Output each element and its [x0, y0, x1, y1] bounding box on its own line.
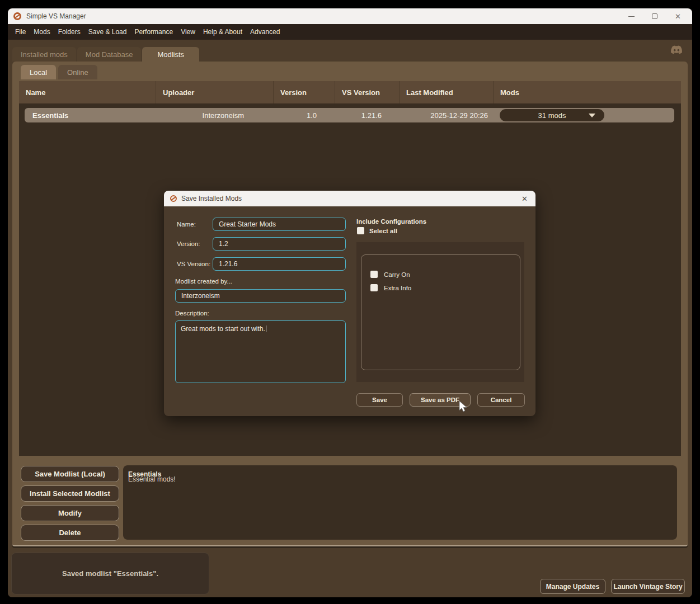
menu-folders[interactable]: Folders — [54, 28, 84, 36]
save-modlist-local-button[interactable]: Save Modlist (Local) — [21, 466, 119, 482]
extra-info-label: Extra Info — [384, 285, 411, 291]
manage-updates-button[interactable]: Manage Updates — [540, 579, 605, 594]
created-by-label: Modlist created by... — [175, 278, 232, 285]
extra-info-checkbox[interactable] — [370, 284, 378, 291]
dialog-app-icon — [170, 195, 177, 202]
subtab-online[interactable]: Online — [58, 65, 97, 79]
maximize-icon[interactable] — [652, 13, 657, 19]
dialog-title: Save Installed Mods — [181, 195, 242, 202]
chevron-down-icon — [589, 114, 595, 117]
description-label: Description: — [175, 310, 209, 317]
menu-save-load[interactable]: Save & Load — [84, 28, 131, 36]
main-tabs: Installed mods Mod Database Modlists — [12, 47, 200, 62]
column-header-version[interactable]: Version — [274, 81, 335, 103]
description-text: Great mods to start out with. — [181, 325, 265, 333]
tab-installed-mods[interactable]: Installed mods — [12, 47, 76, 62]
mods-count-dropdown[interactable]: 31 mods — [500, 109, 604, 121]
app-icon — [13, 12, 21, 20]
column-header-mods[interactable]: Mods — [494, 81, 681, 103]
toast-message: Saved modlist "Essentials". — [62, 569, 158, 578]
menubar: File Mods Folders Save & Load Performanc… — [8, 24, 692, 40]
text-caret — [266, 325, 266, 332]
table-row[interactable]: Essentials Interzoneism 1.0 1.21.6 2025-… — [25, 108, 674, 122]
menu-advanced[interactable]: Advanced — [246, 28, 284, 36]
menu-file[interactable]: File — [11, 28, 30, 36]
description-field[interactable]: Great mods to start out with. — [175, 320, 346, 383]
launch-vintage-story-button[interactable]: Launch Vintage Story — [611, 579, 685, 594]
select-all-checkbox[interactable] — [357, 227, 364, 234]
config-option-extra-info[interactable]: Extra Info — [370, 284, 411, 291]
select-all-option[interactable]: Select all — [357, 227, 397, 234]
modlist-action-buttons: Save Modlist (Local) Install Selected Mo… — [21, 466, 119, 544]
modify-button[interactable]: Modify — [21, 505, 119, 521]
row-vs-version: 1.21.6 — [335, 108, 400, 122]
save-installed-mods-dialog: Save Installed Mods ✕ Name: Version: VS … — [164, 191, 535, 416]
row-name: Essentials — [25, 108, 156, 122]
name-label: Name: — [177, 221, 196, 228]
dialog-titlebar: Save Installed Mods ✕ — [164, 191, 535, 206]
configurations-panel: Carry On Extra Info — [356, 242, 524, 382]
modlist-subtabs: Local Online — [21, 65, 100, 79]
column-header-uploader[interactable]: Uploader — [156, 81, 274, 103]
row-mods-cell: 31 mods — [494, 108, 674, 122]
include-configurations-title: Include Configurations — [356, 218, 426, 225]
row-version: 1.0 — [274, 108, 335, 122]
install-selected-modlist-button[interactable]: Install Selected Modlist — [21, 485, 119, 502]
row-uploader: Interzoneism — [156, 108, 274, 122]
status-toast: Saved modlist "Essentials". — [11, 553, 209, 594]
minimize-icon[interactable] — [628, 16, 635, 17]
menu-performance[interactable]: Performance — [130, 28, 177, 36]
column-header-last-modified[interactable]: Last Modified — [400, 81, 494, 103]
carry-on-checkbox[interactable] — [370, 271, 378, 278]
window-controls: ✕ — [628, 13, 687, 20]
window-title: Simple VS Manager — [26, 12, 86, 20]
table-header: Name Uploader Version VS Version Last Mo… — [19, 81, 681, 103]
close-icon[interactable]: ✕ — [675, 13, 681, 20]
tab-mod-database[interactable]: Mod Database — [77, 47, 142, 62]
column-header-name[interactable]: Name — [19, 81, 156, 103]
menu-mods[interactable]: Mods — [30, 28, 54, 36]
menu-view[interactable]: View — [177, 28, 199, 36]
save-button[interactable]: Save — [356, 393, 403, 407]
info-panel-description: Essential mods! — [128, 475, 176, 483]
mouse-cursor-icon — [458, 400, 469, 413]
discord-icon[interactable] — [669, 44, 684, 55]
dialog-close-icon[interactable]: ✕ — [522, 195, 529, 203]
vs-version-field[interactable] — [213, 257, 346, 271]
column-header-vs-version[interactable]: VS Version — [335, 81, 400, 103]
mods-count-label: 31 mods — [538, 111, 566, 120]
version-field[interactable] — [213, 237, 346, 251]
row-last-modified: 2025-12-29 20:26 — [400, 108, 494, 122]
subtab-local[interactable]: Local — [21, 65, 56, 79]
version-label: Version: — [177, 240, 200, 247]
carry-on-label: Carry On — [384, 271, 410, 278]
cancel-button[interactable]: Cancel — [477, 393, 525, 407]
name-field[interactable] — [213, 218, 346, 231]
tab-modlists[interactable]: Modlists — [142, 47, 199, 62]
config-option-carry-on[interactable]: Carry On — [370, 271, 410, 278]
desktop: Simple VS Manager ✕ File Mods Folders Sa… — [0, 0, 700, 604]
titlebar: Simple VS Manager ✕ — [8, 8, 692, 24]
select-all-label: Select all — [369, 228, 397, 234]
delete-button[interactable]: Delete — [21, 525, 119, 541]
vs-version-label: VS Version: — [177, 261, 210, 267]
configurations-list: Carry On Extra Info — [361, 254, 520, 370]
created-by-field[interactable] — [175, 289, 346, 303]
modlist-info-panel: Essentials Essential mods! — [123, 465, 677, 540]
menu-help-about[interactable]: Help & About — [199, 28, 246, 36]
